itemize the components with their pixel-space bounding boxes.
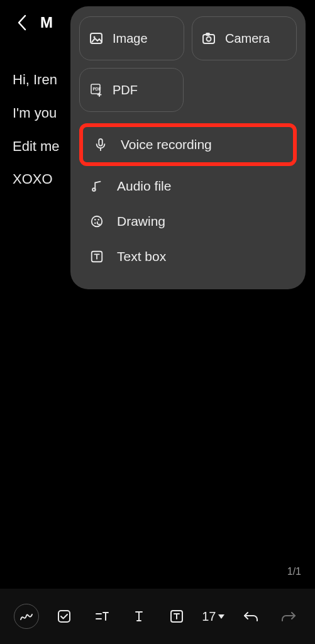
insert-voice-label: Voice recording bbox=[121, 137, 212, 152]
insert-camera-button[interactable]: Camera bbox=[192, 16, 297, 60]
redo-button[interactable] bbox=[276, 604, 301, 629]
svg-point-16 bbox=[94, 219, 96, 220]
text-style-button[interactable] bbox=[89, 604, 114, 629]
insert-drawing-button[interactable]: Drawing bbox=[79, 204, 297, 239]
page-title: M bbox=[40, 14, 53, 31]
handwriting-button[interactable] bbox=[14, 604, 39, 629]
svg-rect-7 bbox=[203, 35, 214, 43]
textbox-icon bbox=[169, 609, 184, 624]
camera-icon bbox=[201, 31, 216, 46]
checkbox-icon bbox=[57, 609, 72, 624]
page-indicator: 1/1 bbox=[287, 566, 301, 577]
svg-text:PDF: PDF bbox=[93, 87, 101, 91]
insert-image-label: Image bbox=[113, 31, 148, 46]
svg-marker-4 bbox=[218, 614, 224, 619]
undo-icon bbox=[243, 610, 259, 623]
svg-rect-0 bbox=[58, 611, 70, 622]
insert-drawing-label: Drawing bbox=[117, 214, 165, 229]
image-icon bbox=[89, 31, 104, 46]
text-style-icon bbox=[94, 609, 109, 624]
insert-pdf-button[interactable]: PDF PDF bbox=[79, 68, 184, 112]
back-button[interactable] bbox=[13, 10, 31, 35]
svg-point-14 bbox=[92, 188, 96, 191]
svg-point-17 bbox=[98, 219, 99, 220]
bottom-toolbar: 17 bbox=[0, 589, 315, 644]
audio-file-icon bbox=[89, 179, 104, 194]
text-format-button[interactable] bbox=[126, 604, 152, 629]
insert-textbox-label: Text box bbox=[117, 249, 166, 264]
svg-rect-12 bbox=[99, 139, 102, 146]
insert-voice-recording-button[interactable]: Voice recording bbox=[79, 123, 297, 166]
font-size-value: 17 bbox=[202, 609, 216, 624]
insert-camera-label: Camera bbox=[225, 31, 270, 46]
insert-image-button[interactable]: Image bbox=[79, 16, 184, 60]
font-size-selector[interactable]: 17 bbox=[202, 609, 226, 624]
textbox-button[interactable] bbox=[164, 604, 189, 629]
insert-textbox-button[interactable]: Text box bbox=[79, 239, 297, 274]
insert-pdf-label: PDF bbox=[113, 83, 138, 97]
checkbox-button[interactable] bbox=[52, 604, 77, 629]
caret-down-icon bbox=[217, 612, 226, 621]
svg-point-15 bbox=[92, 216, 102, 227]
undo-button[interactable] bbox=[238, 604, 263, 629]
insert-audio-label: Audio file bbox=[117, 179, 171, 194]
drawing-icon bbox=[89, 214, 104, 229]
microphone-icon bbox=[93, 137, 108, 152]
chevron-left-icon bbox=[16, 14, 28, 31]
insert-audio-file-button[interactable]: Audio file bbox=[79, 169, 297, 204]
text-format-icon bbox=[131, 609, 146, 624]
svg-point-8 bbox=[207, 37, 211, 42]
pdf-icon: PDF bbox=[89, 82, 104, 97]
redo-icon bbox=[280, 610, 297, 623]
insert-menu-popup: Image Camera PDF PDF bbox=[70, 6, 306, 289]
textbox-menu-icon bbox=[89, 249, 104, 264]
handwriting-icon bbox=[19, 611, 33, 622]
svg-point-18 bbox=[94, 223, 96, 224]
